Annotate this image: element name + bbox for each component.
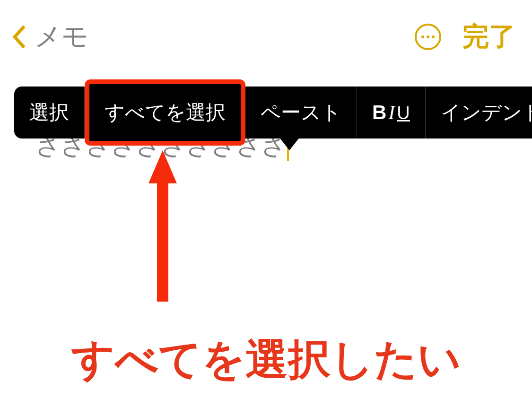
annotation-caption: すべてを選択したい	[0, 331, 532, 389]
menu-indent[interactable]: インデント	[426, 87, 532, 139]
chevron-left-icon	[12, 26, 25, 48]
back-button[interactable]: メモ	[12, 19, 88, 55]
annotation-arrow-icon	[144, 150, 182, 302]
menu-format[interactable]: B I U	[357, 87, 426, 139]
menu-tail-icon	[279, 137, 300, 150]
back-label: メモ	[35, 19, 88, 55]
menu-select[interactable]: 選択	[14, 87, 85, 139]
navigation-bar: メモ 完了	[0, 0, 532, 69]
more-dot-icon	[421, 35, 424, 38]
done-button[interactable]: 完了	[462, 19, 515, 55]
underline-icon: U	[397, 103, 410, 123]
italic-icon: I	[388, 101, 395, 124]
more-dot-icon	[432, 35, 435, 38]
more-button[interactable]	[415, 24, 441, 50]
bold-icon: B	[372, 101, 386, 124]
menu-select-all[interactable]: すべてを選択	[85, 79, 245, 146]
more-dot-icon	[427, 35, 429, 38]
biu-icon: B I U	[372, 101, 410, 124]
context-menu: 選択 すべてを選択 ペースト B I U インデント	[14, 87, 532, 139]
menu-paste[interactable]: ペースト	[245, 87, 357, 139]
nav-right: 完了	[415, 19, 515, 55]
